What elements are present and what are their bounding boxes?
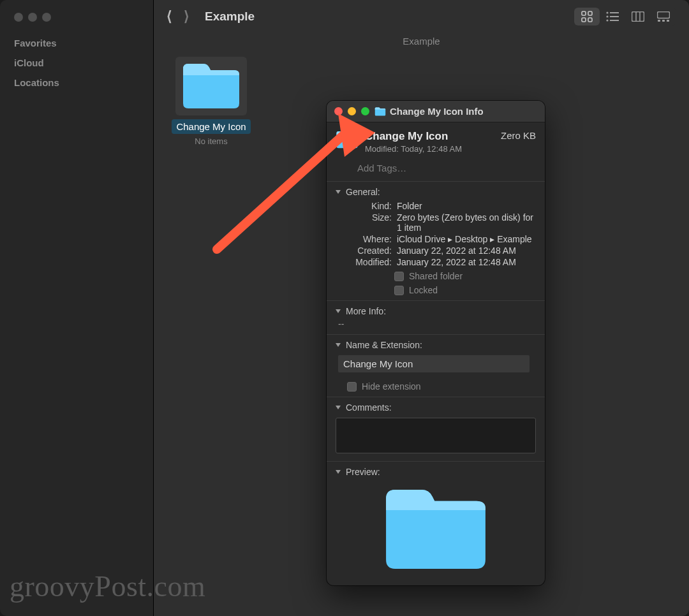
section-more-info: More Info: -- [327, 301, 545, 334]
toolbar: ⟨ ⟩ Example [154, 0, 689, 33]
svg-point-4 [606, 11, 608, 13]
section-name-ext-toggle[interactable]: Name & Extension: [336, 340, 536, 350]
size-label: Size: [341, 212, 392, 233]
columns-icon [632, 11, 644, 22]
locked-label: Locked [409, 285, 438, 295]
info-window[interactable]: Change My Icon Info Change My Icon Modif… [327, 101, 545, 585]
section-preview: Preview: [327, 462, 545, 585]
svg-point-8 [606, 19, 608, 21]
section-comments-toggle[interactable]: Comments: [336, 402, 536, 413]
svg-rect-13 [658, 12, 670, 18]
column-view-button[interactable] [625, 8, 651, 26]
info-close-button[interactable] [334, 107, 343, 115]
info-minimize-button[interactable] [348, 107, 356, 115]
gallery-icon [657, 11, 670, 22]
sidebar-section-favorites[interactable]: Favorites [14, 38, 140, 48]
sidebar-section-locations[interactable]: Locations [14, 77, 140, 88]
locked-row[interactable]: Locked [394, 285, 536, 295]
list-view-button[interactable] [600, 8, 625, 26]
icon-view-button[interactable] [574, 8, 600, 26]
svg-point-6 [606, 15, 608, 17]
svg-rect-7 [610, 16, 619, 17]
shared-folder-row[interactable]: Shared folder [394, 271, 536, 281]
shared-folder-label: Shared folder [409, 271, 463, 281]
section-more-info-toggle[interactable]: More Info: [336, 306, 536, 316]
modified-label: Modified: [341, 257, 392, 267]
svg-rect-14 [658, 20, 660, 22]
checkbox-icon [347, 382, 357, 392]
svg-rect-3 [588, 18, 592, 22]
forward-button[interactable]: ⟩ [184, 8, 189, 25]
grid-icon [581, 11, 593, 22]
folder-icon [382, 485, 490, 574]
gallery-view-button[interactable] [651, 8, 676, 26]
back-button[interactable]: ⟨ [167, 8, 172, 25]
folder-item[interactable]: Change My Icon No items [163, 53, 259, 146]
svg-rect-2 [582, 18, 586, 22]
section-name-extension: Name & Extension: Hide extension [327, 335, 545, 397]
section-comments: Comments: [327, 397, 545, 461]
kind-label: Kind: [341, 201, 392, 211]
size-value: Zero bytes (Zero bytes on disk) for 1 it… [397, 212, 536, 233]
svg-rect-0 [582, 11, 586, 15]
hide-extension-row[interactable]: Hide extension [347, 381, 536, 392]
window-controls [13, 13, 140, 22]
checkbox-icon [394, 272, 404, 281]
checkbox-icon [394, 286, 404, 295]
created-label: Created: [341, 246, 392, 256]
preview-image [336, 477, 536, 580]
sidebar-section-icloud[interactable]: iCloud [14, 57, 140, 68]
comments-textarea[interactable] [336, 418, 536, 453]
kind-value: Folder [397, 201, 536, 211]
hide-extension-label: Hide extension [362, 381, 421, 392]
zoom-dot[interactable] [42, 13, 51, 22]
section-preview-toggle[interactable]: Preview: [336, 467, 536, 477]
sidebar: Favorites iCloud Locations [0, 0, 153, 616]
folder-icon[interactable] [336, 130, 359, 149]
info-header: Change My Icon Modified: Today, 12:48 AM… [327, 122, 545, 159]
svg-rect-15 [662, 20, 665, 22]
view-switcher [574, 8, 676, 26]
svg-rect-16 [667, 20, 669, 22]
list-icon [606, 11, 619, 22]
name-extension-input[interactable] [338, 355, 530, 372]
folder-icon [175, 57, 247, 115]
window-title: Example [205, 10, 255, 24]
folder-subtitle: No items [163, 136, 259, 146]
svg-rect-9 [610, 20, 619, 21]
modified-value: January 22, 2022 at 12:48 AM [397, 257, 536, 267]
info-zoom-button[interactable] [361, 107, 369, 115]
svg-rect-10 [632, 12, 644, 22]
info-size-badge: Zero KB [501, 130, 536, 141]
where-label: Where: [341, 234, 392, 244]
more-info-value: -- [338, 319, 536, 329]
where-value: iCloud Drive ▸ Desktop ▸ Example [397, 234, 536, 244]
created-value: January 22, 2022 at 12:48 AM [397, 246, 536, 256]
folder-icon [374, 106, 386, 117]
watermark: groovyPost.com [10, 569, 205, 603]
svg-rect-5 [610, 12, 619, 13]
section-general-toggle[interactable]: General: [336, 187, 536, 197]
section-general: General: Kind: Folder Size: Zero bytes (… [327, 182, 545, 300]
close-dot[interactable] [14, 13, 23, 22]
info-modified-line: Modified: Today, 12:48 AM [365, 144, 462, 154]
svg-rect-1 [588, 11, 592, 15]
info-window-title: Change My Icon Info [390, 106, 484, 117]
breadcrumb[interactable]: Example [154, 33, 689, 53]
tags-field[interactable]: Add Tags… [327, 159, 545, 181]
info-titlebar[interactable]: Change My Icon Info [327, 101, 545, 122]
folder-label: Change My Icon [172, 119, 250, 134]
minimize-dot[interactable] [28, 13, 37, 22]
info-name: Change My Icon [365, 130, 462, 143]
